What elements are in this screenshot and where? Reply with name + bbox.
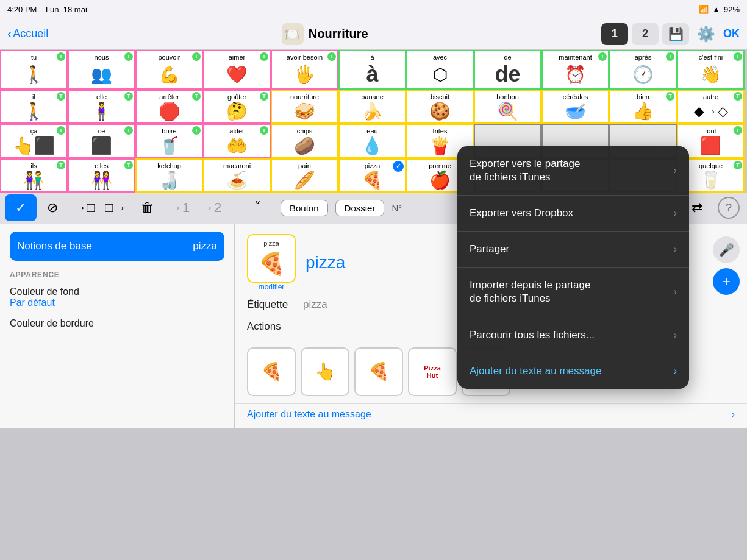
back-label: Accueil (13, 27, 48, 40)
cell-eau[interactable]: eau 💧 (338, 124, 406, 158)
cell-ca[interactable]: ça 👆⬛ T (0, 124, 68, 158)
settings-button[interactable]: ⚙️ (693, 23, 720, 45)
cell-pizza[interactable]: pizza 🍕 ✓ (338, 158, 406, 193)
cell-icon: 👆⬛ (2, 136, 65, 156)
cell-a[interactable]: à à (338, 50, 406, 90)
help-button[interactable]: ? (718, 197, 740, 219)
menu-item-add-text[interactable]: Ajouter du texte au message › (457, 353, 689, 389)
t-badge: T (734, 92, 742, 101)
disk-button[interactable]: 💾 (662, 23, 689, 45)
cell-il[interactable]: il 🚶 T (0, 90, 68, 124)
add-text-label[interactable]: Ajouter du texte au message (247, 409, 371, 420)
page-2-button[interactable]: 2 (632, 23, 659, 45)
etiquette-value[interactable]: pizza (303, 299, 327, 311)
cell-icon: 🥤 (138, 136, 201, 156)
thumb-gesture[interactable]: 👆 (301, 347, 349, 396)
checkmark-badge: ✓ (393, 161, 404, 172)
cell-avec[interactable]: avec ⬡ (406, 50, 474, 90)
menu-item-text: Exporter vers Dropbox (470, 207, 573, 220)
t-badge: T (666, 92, 674, 101)
back-button[interactable]: ‹ Accueil (7, 26, 48, 42)
cell-aimer[interactable]: aimer ❤️ T (203, 50, 271, 90)
cell-ils[interactable]: ils 👫 T (0, 158, 68, 193)
menu-item-import-itunes[interactable]: Importer depuis le partagede fichiers iT… (457, 268, 689, 317)
cell-label: avec (433, 54, 447, 62)
tab-dossier[interactable]: Dossier (335, 200, 385, 216)
t-badge: T (57, 126, 65, 135)
cell-nourriture[interactable]: nourriture 🥪 (271, 90, 338, 124)
cell-de[interactable]: de de (474, 50, 541, 90)
cell-elle[interactable]: elle 🧍‍♀️ T (68, 90, 135, 124)
cell-ce[interactable]: ce ⬛ T (68, 124, 135, 158)
menu-item-export-dropbox[interactable]: Exporter vers Dropbox › (457, 196, 689, 232)
cell-icon: 🥔 (273, 136, 336, 156)
thumb-pizza-2[interactable]: 🍕 (354, 347, 403, 396)
back-icon: ‹ (7, 26, 12, 42)
t-badge: T (124, 52, 133, 61)
cell-ketchup[interactable]: ketchup 🍶 (135, 158, 203, 193)
cell-macaroni[interactable]: macaroni 🍝 (203, 158, 271, 193)
cell-maintenant[interactable]: maintenant ⏰ T (541, 50, 609, 90)
cell-icon: 🖐 (273, 62, 336, 87)
nav-actions: 1 2 💾 ⚙️ OK (601, 23, 740, 45)
thumb-pizza-hut[interactable]: PizzaHut (408, 347, 457, 396)
right-action-col: 🎤 + (713, 236, 740, 295)
cell-icon: ❤️ (206, 62, 268, 87)
cell-elles[interactable]: elles 👭 T (68, 158, 135, 193)
cell-autre[interactable]: autre ◆→◇ T (677, 90, 745, 124)
cell-pouvoir[interactable]: pouvoir 💪 T (135, 50, 203, 90)
tab-bouton[interactable]: Bouton (281, 200, 328, 216)
cell-bien[interactable]: bien 👍 T (609, 90, 677, 124)
cell-avoir-besoin[interactable]: avoir besoin 🖐 T (271, 50, 338, 90)
move-to-1-button[interactable]: →1 (163, 194, 195, 221)
import-button[interactable]: →□ (68, 194, 100, 221)
cell-tu[interactable]: tu 🚶 T (0, 50, 68, 90)
appearance-section: APPARENCE Couleur de fond Par défaut Cou… (10, 263, 224, 341)
cell-apres[interactable]: après 🕐 T (609, 50, 677, 90)
cell-chips[interactable]: chips 🥔 (271, 124, 338, 158)
menu-item-partager[interactable]: Partager › (457, 232, 689, 268)
right-title-text: pizza (306, 253, 345, 272)
cell-icon: de (476, 62, 539, 87)
cell-arreter[interactable]: arrêter 🛑 T (135, 90, 203, 124)
move-to-2-button[interactable]: →2 (195, 194, 227, 221)
confirm-button[interactable]: ✓ (5, 194, 37, 221)
thumb-pizza-1[interactable]: 🍕 (247, 347, 296, 396)
cell-boire[interactable]: boire 🥤 T (135, 124, 203, 158)
cell-aider[interactable]: aider 🤲 T (203, 124, 271, 158)
expand-button[interactable]: ˅ (241, 194, 273, 221)
cell-icon: 🍭 (476, 101, 539, 121)
cell-biscuit[interactable]: biscuit 🍪 (406, 90, 474, 124)
cell-icon: 🟥 (679, 136, 742, 156)
mic-button[interactable]: 🎤 (713, 236, 740, 263)
export-button[interactable]: □→ (100, 194, 132, 221)
cell-gouter[interactable]: goûter 🤔 T (203, 90, 271, 124)
page-1-button[interactable]: 1 (601, 23, 628, 45)
cell-icon: 🥣 (544, 101, 607, 121)
couleur-fond-value[interactable]: Par défaut (10, 297, 224, 308)
section-notions-de-base[interactable]: Notions de base pizza (10, 232, 224, 261)
cell-nous[interactable]: nous 👥 T (68, 50, 135, 90)
t-badge: T (260, 52, 268, 61)
cell-label: chips (297, 127, 313, 135)
ok-button[interactable]: OK (723, 27, 740, 40)
cancel-button[interactable]: ⊘ (37, 194, 68, 221)
t-badge: T (192, 126, 201, 135)
pizza-thumb-icon: 🍕 (258, 251, 285, 277)
t-badge: T (57, 92, 65, 101)
cell-cereales[interactable]: céréales 🥣 (541, 90, 609, 124)
cell-pain[interactable]: pain 🥖 (271, 158, 338, 193)
cell-label: maintenant (559, 54, 592, 62)
delete-button[interactable]: 🗑 (132, 194, 163, 221)
t-badge: T (57, 52, 65, 61)
add-button[interactable]: + (713, 268, 740, 295)
cell-label: ils (30, 162, 37, 170)
cell-bonbon[interactable]: bonbon 🍭 (474, 90, 541, 124)
menu-item-text: Importer depuis le partagede fichiers iT… (470, 278, 590, 305)
t-badge: T (734, 52, 742, 61)
modify-button[interactable]: modifier (247, 283, 296, 291)
cell-banane[interactable]: banane 🍌 (338, 90, 406, 124)
menu-item-parcourir[interactable]: Parcourir tous les fichiers... › (457, 317, 689, 353)
menu-item-export-itunes[interactable]: Exporter vers le partagede fichiers iTun… (457, 146, 689, 196)
cell-cest-fini[interactable]: c'est fini 👋 T (677, 50, 745, 90)
